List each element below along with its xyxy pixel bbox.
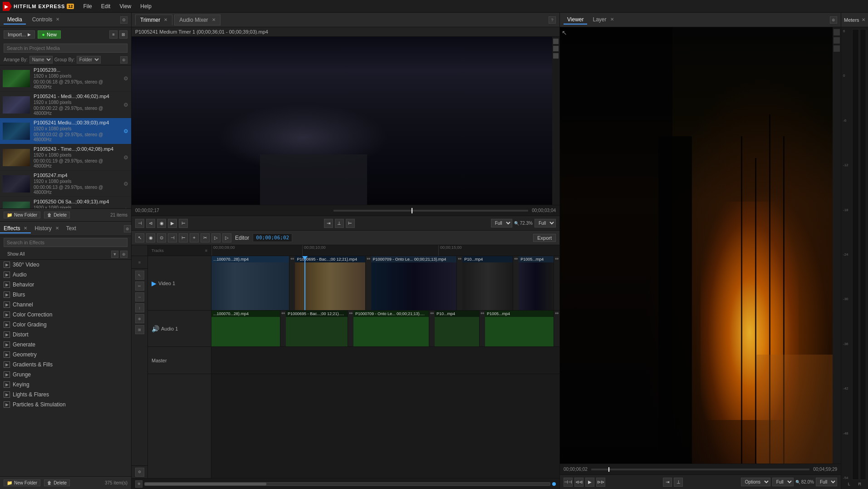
viewer-options-select[interactable]: Options — [741, 478, 770, 486]
timeline-content[interactable]: 00;00;09;00 00;00;10;00 00;00;15;00 00;0… — [211, 245, 559, 478]
side-link-btn[interactable]: ⊞ — [135, 325, 144, 334]
mark-out-btn[interactable]: ⊢ — [179, 219, 188, 228]
video-clip[interactable]: P1000709 - Onto Le... 00;00;21;13).mp4 — [371, 256, 457, 310]
overwrite-btn[interactable]: ⊥ — [335, 219, 344, 228]
effect-category-geometry[interactable]: ▶ Geometry — [0, 350, 131, 360]
effect-category-channel[interactable]: ▶ Channel — [0, 300, 131, 310]
effects-expand-btn[interactable]: ⊕ — [120, 251, 128, 258]
history-close[interactable]: ✕ — [55, 226, 59, 231]
show-all-button[interactable]: Show All — [4, 251, 28, 257]
effects-new-folder-button[interactable]: 📁 New Folder — [4, 479, 40, 486]
audio-clip[interactable]: P1005...mp4 — [485, 311, 554, 346]
editor-more-btn[interactable]: ▷ — [211, 233, 221, 242]
video-clip[interactable]: P1005...mp4 — [519, 256, 554, 310]
viewer-prev-frame-btn[interactable]: ⊲⊲ — [574, 478, 584, 487]
viewer-sb-btn-1[interactable] — [834, 29, 840, 35]
mark-in-btn[interactable]: ⊣ — [135, 219, 144, 228]
editor-timecode[interactable]: 00;00;06;02 — [253, 233, 292, 242]
timeline-scrollbar[interactable] — [144, 482, 550, 486]
effects-close[interactable]: ✕ — [24, 226, 27, 231]
effects-collapse-btn[interactable]: ▼ — [111, 251, 118, 258]
effects-options-btn[interactable]: ⊕ — [124, 225, 131, 232]
tab-effects[interactable]: Effects ✕ — [0, 224, 31, 233]
controls-close[interactable]: ✕ — [56, 17, 59, 22]
viewer-ins-btn[interactable]: ⇥ — [663, 478, 672, 487]
effect-category-gradients[interactable]: ▶ Gradients & Fills — [0, 360, 131, 370]
tab-viewer[interactable]: Viewer — [564, 15, 587, 25]
viewer-settings-btn[interactable]: ⊕ — [830, 16, 837, 24]
viewer-quality-select[interactable]: Full — [772, 478, 794, 486]
trimmer-settings-btn[interactable]: ? — [549, 16, 556, 24]
viewer-scrubber[interactable] — [591, 469, 809, 470]
menu-file[interactable]: File — [79, 2, 95, 10]
grid-view-btn[interactable]: ⊞ — [119, 30, 128, 39]
effect-category-color-correction[interactable]: ▶ Color Correction — [0, 310, 131, 320]
effect-category-generate[interactable]: ▶ Generate — [0, 340, 131, 350]
zoom-select[interactable]: Full — [535, 219, 556, 227]
ctrl-btn-3[interactable]: ◉ — [157, 219, 166, 228]
tab-media[interactable]: Media — [4, 15, 26, 25]
viewer-sb-btn-3[interactable] — [834, 45, 840, 52]
side-razor-btn[interactable]: ✂ — [135, 282, 144, 291]
list-item[interactable]: P1005241 - Medi...;00:46;02).mp4 1920 x … — [0, 92, 131, 118]
tracks-menu-btn[interactable]: ≡ — [205, 248, 207, 253]
list-item[interactable]: P1005247.mp4 1920 x 1080 pixels 00:00:06… — [0, 171, 131, 197]
viewer-sb-btn-2[interactable] — [834, 37, 840, 44]
step-back-btn[interactable]: ⊲ — [146, 219, 155, 228]
tab-layer[interactable]: Layer ✕ — [589, 15, 617, 25]
append-btn[interactable]: ⊢ — [346, 219, 355, 228]
audio-clip[interactable]: ...100070...28).mp4 — [211, 311, 280, 346]
effect-category-particles[interactable]: ▶ Particles & Simulation — [0, 400, 131, 410]
audio-mixer-close[interactable]: ✕ — [212, 17, 216, 22]
viewer-play-btn[interactable]: ▶ — [585, 478, 594, 487]
viewer-fast-fwd-btn[interactable]: ⊳⊳ — [596, 478, 605, 487]
side-magnet-btn[interactable]: ⊕ — [135, 314, 144, 323]
effect-category-color-grading[interactable]: ▶ Color Grading — [0, 320, 131, 330]
video-clip[interactable]: ...100070...28).mp4 — [211, 256, 289, 310]
media-search-input[interactable] — [4, 44, 128, 53]
viewer-arrow-btn[interactable]: ↖ — [562, 29, 567, 36]
effect-category-distort[interactable]: ▶ Distort — [0, 330, 131, 340]
effect-category-audio[interactable]: ▶ Audio — [0, 270, 131, 280]
sidebar-btn-2[interactable] — [553, 46, 559, 51]
side-rate-btn[interactable]: ↕ — [135, 303, 144, 312]
list-item[interactable]: P1005239... 1920 x 1080 pixels 00:00:06:… — [0, 65, 131, 92]
tab-trimmer[interactable]: Trimmer ✕ — [135, 15, 172, 25]
delete-button[interactable]: 🗑 Delete — [44, 212, 70, 218]
list-item[interactable]: P1005241 Mediu...;00:39;03).mp4 1920 x 1… — [0, 118, 131, 144]
trimmer-close[interactable]: ✕ — [164, 17, 167, 22]
quality-select[interactable]: Full — [491, 219, 512, 227]
trimmer-scrubber[interactable] — [333, 210, 528, 212]
effect-category-keying[interactable]: ▶ Keying — [0, 380, 131, 390]
effect-category-lights[interactable]: ▶ Lights & Flares — [0, 390, 131, 400]
video-clip[interactable]: P10...mp4 — [462, 256, 513, 310]
tab-controls[interactable]: Controls ✕ — [29, 15, 64, 25]
sidebar-btn-3[interactable] — [553, 53, 559, 59]
list-item[interactable]: P1005250 Oli Sa...;00:49;13).mp4 1920 x … — [0, 197, 131, 208]
editor-extra-btn[interactable]: ▷ — [222, 233, 231, 242]
viewer-over-btn[interactable]: ⊥ — [674, 478, 683, 487]
layer-close[interactable]: ✕ — [610, 17, 614, 22]
editor-snap-btn[interactable]: ⊙ — [157, 233, 166, 242]
insert-btn[interactable]: ⇥ — [324, 219, 333, 228]
editor-split-btn[interactable]: ✂ — [201, 233, 210, 242]
media-item-settings[interactable]: ⚙ — [123, 154, 128, 161]
side-select-btn[interactable]: ↖ — [135, 271, 144, 280]
play-btn[interactable]: ▶ — [168, 219, 177, 228]
effect-category-grunge[interactable]: ▶ Grunge — [0, 370, 131, 380]
menu-edit[interactable]: Edit — [98, 2, 114, 10]
arrange-select[interactable]: Name — [29, 56, 53, 64]
editor-mark-out-btn[interactable]: ⊢ — [179, 233, 188, 242]
tab-audio-mixer[interactable]: Audio Mixer ✕ — [174, 15, 220, 25]
editor-select-btn[interactable]: ↖ — [135, 233, 144, 242]
side-settings-btn[interactable]: ⚙ — [135, 468, 144, 477]
tab-history[interactable]: History ✕ — [31, 224, 62, 233]
editor-play-btn[interactable]: ◉ — [146, 233, 155, 242]
list-item[interactable]: P1005243 - Time...;0:00;42;08).mp4 1920 … — [0, 144, 131, 171]
export-button[interactable]: Export — [533, 234, 556, 242]
media-settings-btn[interactable]: ⚙ — [120, 16, 128, 24]
effects-delete-button[interactable]: 🗑 Delete — [44, 479, 70, 486]
viewer-first-btn[interactable]: ⊣⊣ — [564, 478, 573, 487]
viewer-zoom-select[interactable]: Full — [816, 478, 837, 486]
effect-category-blurs[interactable]: ▶ Blurs — [0, 290, 131, 300]
